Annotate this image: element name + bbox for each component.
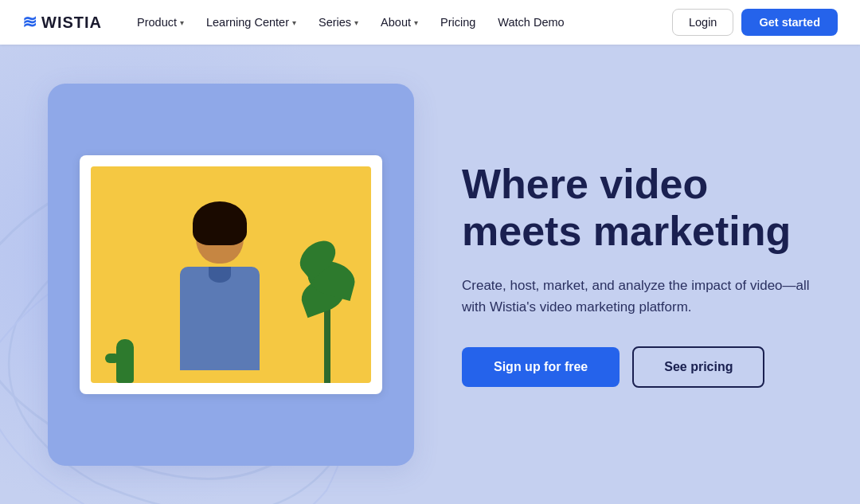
nav-label-watch-demo: Watch Demo xyxy=(498,16,564,29)
person-shirt xyxy=(180,267,260,370)
navbar: ≋ WISTIA Product ▾ Learning Center ▾ Ser… xyxy=(0,0,860,45)
cactus-arm xyxy=(105,354,119,363)
nav-right: Login Get started xyxy=(672,9,838,36)
chevron-down-icon: ▾ xyxy=(414,18,418,27)
hero-heading: Where video meets marketing xyxy=(462,161,812,256)
plant-stem xyxy=(324,303,330,383)
hero-buttons: Sign up for free See pricing xyxy=(462,346,812,388)
nav-label-pricing: Pricing xyxy=(440,16,475,29)
nav-item-watch-demo[interactable]: Watch Demo xyxy=(488,11,573,33)
video-frame[interactable] xyxy=(80,155,382,394)
chevron-down-icon: ▾ xyxy=(180,18,184,27)
get-started-button[interactable]: Get started xyxy=(741,9,838,36)
plant-decoration xyxy=(291,240,363,383)
nav-item-product[interactable]: Product ▾ xyxy=(127,11,194,33)
logo-icon: ≋ xyxy=(22,12,35,33)
hero-heading-line1: Where video xyxy=(462,161,708,207)
nav-label-about: About xyxy=(381,16,411,29)
nav-label-series: Series xyxy=(319,16,351,29)
person-hair xyxy=(193,201,247,245)
cactus-body xyxy=(116,339,134,383)
nav-links: Product ▾ Learning Center ▾ Series ▾ Abo… xyxy=(127,11,666,33)
nav-item-series[interactable]: Series ▾ xyxy=(309,11,368,33)
cactus-decoration xyxy=(105,327,145,383)
hero-heading-line2: meets marketing xyxy=(462,208,791,254)
chevron-down-icon: ▾ xyxy=(354,18,358,27)
see-pricing-button[interactable]: See pricing xyxy=(632,346,764,388)
video-card xyxy=(48,84,414,466)
person-head xyxy=(196,208,244,264)
nav-item-learning-center[interactable]: Learning Center ▾ xyxy=(197,11,306,33)
login-button[interactable]: Login xyxy=(672,9,733,36)
logo[interactable]: ≋ WISTIA xyxy=(22,12,102,33)
signup-button[interactable]: Sign up for free xyxy=(462,347,620,387)
hero-text: Where video meets marketing Create, host… xyxy=(462,161,812,389)
hero-subtext: Create, host, market, and analyze the im… xyxy=(462,275,812,318)
nav-label-learning-center: Learning Center xyxy=(206,16,289,29)
video-scene xyxy=(91,166,371,383)
nav-item-pricing[interactable]: Pricing xyxy=(431,11,485,33)
hero-section: Where video meets marketing Create, host… xyxy=(0,45,860,504)
brand-name: WISTIA xyxy=(41,14,102,32)
chevron-down-icon: ▾ xyxy=(292,18,296,27)
nav-item-about[interactable]: About ▾ xyxy=(371,11,428,33)
person-figure xyxy=(164,208,276,383)
nav-label-product: Product xyxy=(137,16,177,29)
